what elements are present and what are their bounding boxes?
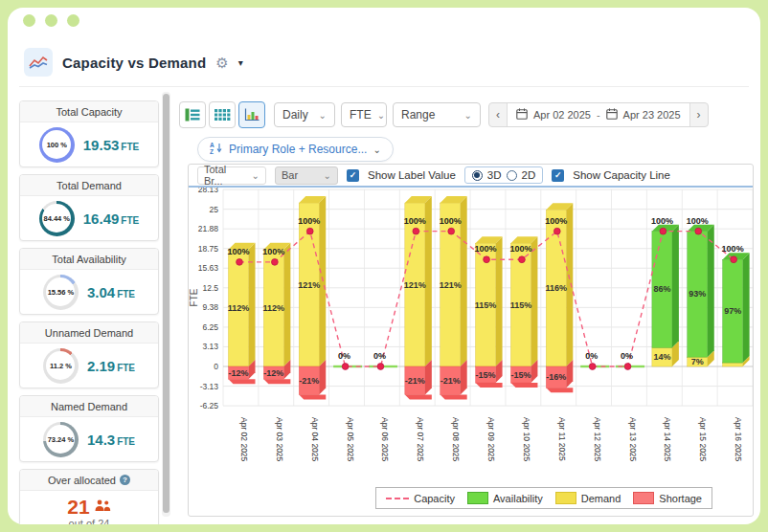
svg-text:Apr 07 2025: Apr 07 2025 (416, 417, 425, 462)
unit-select[interactable]: FTE⌄ (341, 102, 387, 127)
show-label-value-checkbox[interactable]: ✓ (347, 169, 359, 182)
svg-text:0%: 0% (373, 351, 386, 361)
kpi-title: Total Demand (20, 175, 158, 196)
svg-text:112%: 112% (228, 303, 250, 313)
chart-toolbar: Daily⌄ FTE⌄ Range⌄ ‹ Apr 02 2025 - (179, 101, 709, 128)
svg-text:100%: 100% (722, 244, 744, 254)
capacity-point[interactable] (695, 228, 702, 234)
start-date[interactable]: Apr 02 2025 (533, 109, 591, 121)
svg-text:Apr 15 2025: Apr 15 2025 (698, 417, 708, 462)
capacity-point[interactable] (731, 256, 737, 263)
capacity-point[interactable] (377, 364, 384, 370)
capacity-point[interactable] (271, 258, 278, 265)
bar-group-Apr-14-2025[interactable] (652, 225, 679, 366)
capacity-point[interactable] (448, 228, 455, 234)
svg-text:18.75: 18.75 (198, 244, 219, 254)
svg-text:Apr 11 2025: Apr 11 2025 (557, 417, 567, 461)
capacity-point[interactable] (484, 256, 490, 263)
page-card: Capacity vs Demand ⚙ ▾ Total Capacity 10… (8, 8, 760, 524)
show-label-value-label: Show Label Value (368, 169, 456, 181)
svg-text:12.5: 12.5 (202, 283, 218, 293)
capacity-point[interactable] (660, 228, 666, 234)
bar-group-Apr-04-2025[interactable] (299, 196, 326, 400)
bar-chart-view-button[interactable] (238, 101, 265, 128)
next-range-button[interactable]: › (690, 103, 708, 126)
svg-text:Apr 09 2025: Apr 09 2025 (486, 417, 496, 462)
window-dot (45, 14, 57, 27)
chart-type-select[interactable]: Bar⌄ (275, 166, 338, 185)
svg-text:28.13: 28.13 (198, 188, 219, 194)
svg-text:15.63: 15.63 (198, 263, 219, 273)
svg-text:100%: 100% (651, 216, 673, 226)
svg-text:-21%: -21% (440, 376, 461, 386)
bar-group-Apr-07-2025[interactable] (405, 196, 432, 400)
svg-text:93%: 93% (689, 289, 706, 299)
svg-text:9.38: 9.38 (202, 302, 218, 312)
capacity-point[interactable] (519, 256, 526, 263)
svg-text:Apr 04 2025: Apr 04 2025 (310, 417, 320, 462)
svg-text:-16%: -16% (546, 372, 566, 382)
radio-2d[interactable] (507, 170, 517, 181)
radio-3d-label: 3D (487, 169, 502, 181)
svg-text:121%: 121% (298, 280, 320, 290)
capacity-point[interactable] (553, 228, 560, 234)
capacity-point[interactable] (413, 228, 419, 234)
info-icon[interactable]: ? (120, 475, 130, 485)
bar-group-Apr-08-2025[interactable] (440, 196, 467, 400)
capacity-point[interactable] (306, 228, 313, 234)
svg-text:0%: 0% (338, 351, 350, 361)
svg-text:Apr 06 2025: Apr 06 2025 (380, 417, 390, 462)
svg-text:-3.13: -3.13 (200, 382, 219, 391)
report-header: Capacity vs Demand ⚙ ▾ (24, 48, 243, 77)
over-allocated-count: 21 (67, 497, 89, 517)
capacity-point[interactable] (589, 364, 596, 370)
kpi-card-total-availability: Total Availability 15.56 % 3.04FTE (19, 248, 159, 315)
svg-text:-6.25: -6.25 (200, 401, 219, 410)
svg-text:100%: 100% (687, 216, 709, 226)
grouping-selector[interactable]: A Z Primary Role + Resource... ⌄ (197, 137, 394, 162)
svg-text:121%: 121% (404, 280, 426, 290)
chart-filter-row: Total Br...⌄ Bar⌄ ✓ Show Label Value 3D … (189, 165, 753, 188)
prev-range-button[interactable]: ‹ (489, 103, 507, 126)
svg-text:FTE: FTE (189, 288, 199, 306)
kpi-card-named-demand: Named Demand 73.24 % 14.3FTE (19, 395, 159, 462)
svg-text:Apr 02 2025: Apr 02 2025 (239, 417, 249, 462)
grid-view-button[interactable] (209, 101, 236, 128)
kpi-title: Over allocated ? (20, 470, 158, 491)
settings-gear-icon[interactable]: ⚙ (215, 55, 228, 70)
period-select[interactable]: Daily⌄ (274, 102, 335, 127)
header-divider (19, 86, 749, 87)
legend-shortage: Shortage (633, 492, 702, 504)
svg-text:86%: 86% (653, 284, 670, 294)
ring-percent: 73.24 % (48, 435, 75, 444)
show-capacity-line-checkbox[interactable]: ✓ (552, 169, 564, 182)
capacity-point[interactable] (624, 364, 631, 370)
chevron-down-icon: ⌄ (377, 110, 385, 121)
header-caret-icon[interactable]: ▾ (238, 57, 243, 68)
svg-text:0: 0 (214, 362, 218, 371)
chevron-down-icon: ⌄ (252, 170, 260, 181)
capacity-point[interactable] (237, 258, 243, 265)
range-select[interactable]: Range⌄ (393, 102, 481, 127)
breakdown-select[interactable]: Total Br...⌄ (197, 166, 266, 185)
sidebar-scrollbar (162, 92, 170, 517)
date-separator: - (597, 109, 600, 121)
svg-text:100%: 100% (440, 216, 462, 226)
radio-3d[interactable] (472, 170, 483, 181)
window-dot (67, 14, 79, 27)
end-date[interactable]: Apr 23 2025 (623, 109, 681, 121)
svg-text:Apr 14 2025: Apr 14 2025 (663, 417, 672, 462)
capacity-point[interactable] (342, 364, 349, 370)
ring-percent: 100 % (47, 141, 67, 149)
calendar-icon (516, 106, 528, 123)
window-dots (23, 14, 79, 27)
list-view-button[interactable] (179, 101, 206, 128)
show-capacity-line-label: Show Capacity Line (573, 169, 670, 181)
svg-text:100%: 100% (509, 244, 531, 254)
svg-text:100%: 100% (227, 247, 249, 256)
ring-percent: 84.44 % (44, 214, 71, 223)
svg-text:Apr 05 2025: Apr 05 2025 (346, 417, 355, 462)
total-demand-ring: 84.44 % (39, 201, 75, 236)
svg-text:-21%: -21% (405, 376, 425, 386)
scrollbar-thumb[interactable] (163, 94, 169, 513)
